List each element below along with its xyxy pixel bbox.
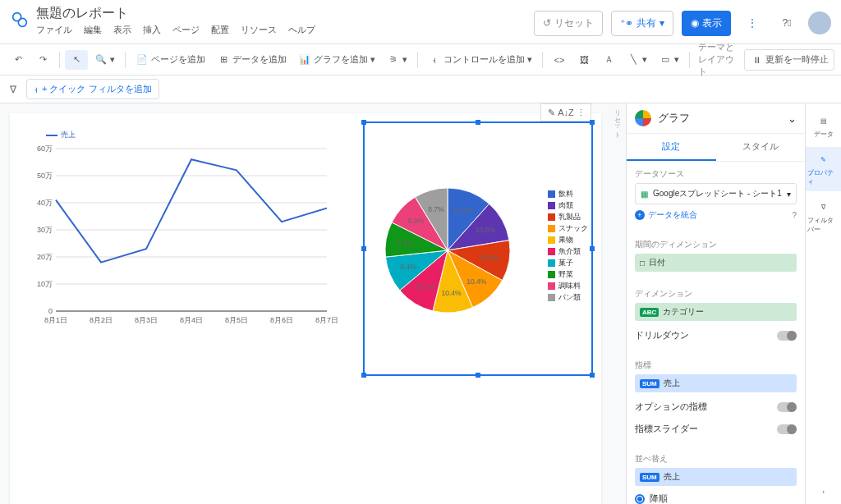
url-embed-button[interactable]: <> bbox=[548, 50, 571, 70]
text-button[interactable]: Ａ bbox=[597, 50, 620, 70]
pencil-icon: ✎ bbox=[816, 152, 831, 167]
dimension-chip[interactable]: ABCカテゴリー bbox=[635, 303, 797, 321]
edit-icon[interactable]: ✎ bbox=[545, 106, 558, 119]
line-chart[interactable]: 売上 60万 50万 40万 30万 20万 10万 0 8月1 bbox=[26, 130, 338, 343]
blend-data-button[interactable]: + データを統合 ? bbox=[635, 208, 797, 226]
add-control-button[interactable]: ⫞コントロールを追加▾ bbox=[423, 50, 537, 70]
pie-legend: 飲料肉類乳製品スナック果物魚介類菓子野菜調味料パン類 bbox=[548, 189, 588, 304]
add-chart-button[interactable]: 📊グラフを追加▾ bbox=[293, 50, 380, 70]
share-button[interactable]: ⁺⚭ 共有 ▾ bbox=[611, 11, 673, 36]
menu-resource[interactable]: リソース bbox=[241, 24, 277, 36]
optional-metric-row: オプションの指標 bbox=[635, 396, 797, 418]
shape-button[interactable]: ▭▾ bbox=[654, 50, 684, 70]
image-icon: 🖼 bbox=[577, 53, 591, 66]
more-icon[interactable]: ⋮ bbox=[574, 106, 587, 119]
canvas-reset-label[interactable]: リセット bbox=[610, 103, 623, 136]
chart-type-icon bbox=[635, 110, 651, 126]
line-legend: 売上 bbox=[46, 130, 338, 140]
menu-view[interactable]: 表示 bbox=[113, 24, 131, 36]
canvas-area[interactable]: リセット 売上 60万 50万 40万 30万 20万 10万 0 bbox=[0, 103, 626, 504]
svg-text:50万: 50万 bbox=[37, 172, 53, 180]
legend-item: 菓子 bbox=[548, 258, 588, 268]
image-button[interactable]: 🖼 bbox=[572, 50, 595, 70]
theme-layout-button[interactable]: テーマとレイアウト bbox=[695, 38, 742, 81]
menu-arrange[interactable]: 配置 bbox=[211, 24, 229, 36]
undo-icon: ↶ bbox=[11, 53, 25, 66]
tab-setup[interactable]: 設定 bbox=[627, 134, 716, 161]
legend-item: パン類 bbox=[548, 292, 588, 303]
more-button[interactable]: ⋮ bbox=[739, 10, 765, 36]
menu-edit[interactable]: 編集 bbox=[84, 24, 102, 36]
menu-page[interactable]: ページ bbox=[172, 24, 200, 36]
legend-item: スナック bbox=[548, 223, 588, 234]
sheets-icon: ▦ bbox=[641, 190, 648, 199]
optional-metric-toggle[interactable] bbox=[777, 402, 797, 412]
svg-text:9.4%: 9.4% bbox=[400, 263, 416, 271]
legend-item: 飲料 bbox=[548, 189, 588, 199]
pie-svg: 11.6%10.8%10.6%10.4%10.4%10.1%9.4%9.1%8.… bbox=[370, 172, 526, 328]
metric-slider-toggle[interactable] bbox=[777, 424, 797, 434]
date-dimension-chip[interactable]: □日付 bbox=[635, 254, 797, 272]
chart-icon: 📊 bbox=[298, 53, 311, 66]
rail-data[interactable]: ▤ データ bbox=[806, 108, 841, 144]
sum-badge: SUM bbox=[640, 379, 659, 388]
svg-text:10.8%: 10.8% bbox=[476, 226, 496, 234]
zoom-tool[interactable]: 🔍▾ bbox=[90, 50, 120, 70]
menu-insert[interactable]: 挿入 bbox=[143, 24, 161, 36]
community-icon: ⚞ bbox=[387, 53, 400, 66]
toolbar: ↶ ↷ ↖ 🔍▾ 📄ページを追加 ⊞データを追加 📊グラフを追加▾ ⚞▾ ⫞コン… bbox=[0, 44, 841, 76]
pie-toolbar: ✎ A↓Z ⋮ bbox=[540, 103, 591, 121]
right-rail: ▤ データ ✎ プロパティ ∇ フィルタバー › bbox=[805, 103, 841, 504]
svg-text:8月4日: 8月4日 bbox=[180, 316, 203, 324]
dropdown-icon: ▾ bbox=[787, 190, 791, 199]
view-button[interactable]: ◉ 表示 bbox=[682, 11, 731, 36]
pie-chart-selected[interactable]: ✎ A↓Z ⋮ 11.6%10.8%10.6%10.4%10.4%10.1%9.… bbox=[363, 121, 593, 376]
rail-properties[interactable]: ✎ プロパティ bbox=[806, 147, 841, 191]
legend-item: 果物 bbox=[548, 235, 588, 245]
data-icon: ⊞ bbox=[217, 53, 230, 66]
report-title[interactable]: 無題のレポート bbox=[36, 5, 534, 22]
help-icon[interactable]: ? bbox=[792, 211, 797, 220]
line-icon: ╲ bbox=[627, 53, 640, 66]
canvas-page[interactable]: 売上 60万 50万 40万 30万 20万 10万 0 8月1 bbox=[10, 113, 601, 504]
add-data-button[interactable]: ⊞データを追加 bbox=[212, 50, 292, 70]
legend-item: 肉類 bbox=[548, 200, 588, 211]
data-source-field[interactable]: ▦ Googleスプレッドシート - シート1 ▾ bbox=[635, 183, 797, 204]
svg-text:60万: 60万 bbox=[37, 144, 53, 153]
panel-title: グラフ bbox=[658, 111, 781, 126]
line-button[interactable]: ╲▾ bbox=[622, 50, 652, 70]
svg-text:40万: 40万 bbox=[37, 199, 53, 207]
community-button[interactable]: ⚞▾ bbox=[382, 50, 412, 70]
menu-help[interactable]: ヘルプ bbox=[288, 24, 315, 36]
sort-az-icon[interactable]: A↓Z bbox=[559, 106, 572, 119]
help-button[interactable]: ?⃝ bbox=[774, 10, 800, 36]
svg-text:8月1日: 8月1日 bbox=[44, 316, 67, 324]
legend-item: 調味料 bbox=[548, 281, 588, 291]
undo-button[interactable]: ↶ bbox=[7, 50, 30, 70]
rail-expand[interactable]: › bbox=[806, 479, 841, 504]
redo-icon: ↷ bbox=[36, 53, 49, 66]
add-page-button[interactable]: 📄ページを追加 bbox=[131, 50, 210, 70]
rail-filterbar[interactable]: ∇ フィルタバー bbox=[806, 195, 841, 239]
main: リセット 売上 60万 50万 40万 30万 20万 10万 0 bbox=[0, 103, 841, 504]
metric-slider-row: 指標スライダー bbox=[635, 418, 797, 440]
metric-chip[interactable]: SUM売上 bbox=[635, 374, 797, 392]
filter-icon[interactable]: ∇ bbox=[7, 83, 20, 96]
sort-chip[interactable]: SUM売上 bbox=[635, 468, 797, 486]
chevron-down-icon[interactable]: ⌄ bbox=[788, 112, 797, 125]
drilldown-toggle[interactable] bbox=[777, 331, 797, 341]
menu-file[interactable]: ファイル bbox=[36, 24, 72, 36]
legend-item: 乳製品 bbox=[548, 212, 588, 222]
svg-text:9.1%: 9.1% bbox=[398, 239, 414, 247]
reset-button[interactable]: ↺ リセット bbox=[534, 11, 603, 36]
tab-style[interactable]: スタイル bbox=[716, 134, 806, 161]
svg-text:10.1%: 10.1% bbox=[415, 282, 435, 291]
pause-update-button[interactable]: ⏸更新を一時停止 bbox=[744, 49, 834, 71]
panel-header[interactable]: グラフ ⌄ bbox=[627, 103, 805, 134]
user-avatar[interactable] bbox=[808, 11, 831, 34]
redo-button[interactable]: ↷ bbox=[31, 50, 54, 70]
sort-desc-radio[interactable]: 降順 bbox=[635, 489, 797, 504]
selector-tool[interactable]: ↖ bbox=[65, 50, 88, 70]
svg-point-1 bbox=[18, 18, 26, 26]
add-quick-filter-button[interactable]: ⫞ + クイック フィルタを追加 bbox=[26, 79, 159, 99]
